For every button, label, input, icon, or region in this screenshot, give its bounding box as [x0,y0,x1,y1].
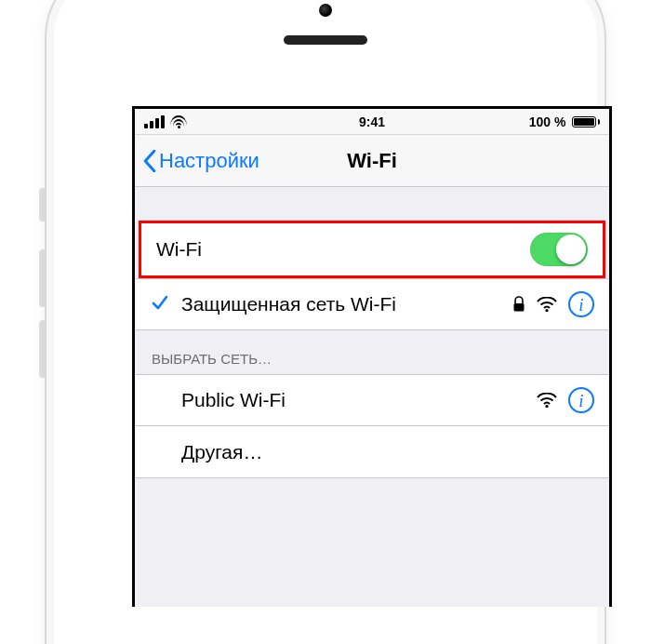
earpiece-speaker [284,35,367,45]
other-network-label: Другая… [181,441,262,463]
svg-point-2 [545,405,548,408]
wifi-signal-icon [537,297,557,312]
checkmark-icon [150,293,170,316]
network-name: Public Wi-Fi [181,389,286,411]
highlight-annotation: Wi-Fi [139,221,605,278]
lock-icon [512,296,525,313]
phone-mute-switch [39,188,46,221]
network-row[interactable]: Public Wi-Fi i [135,374,609,426]
svg-rect-0 [514,303,525,312]
battery-percent: 100 % [529,114,566,129]
wifi-toggle-row: Wi-Fi [141,223,603,275]
connected-network-name: Защищенная сеть Wi-Fi [181,293,396,315]
wifi-status-icon [170,115,187,128]
phone-volume-up [39,249,46,307]
other-network-row[interactable]: Другая… [135,426,609,478]
battery-icon [572,116,601,127]
connected-network-row[interactable]: Защищенная сеть Wi-Fi i [135,278,609,330]
front-camera [319,4,332,17]
back-label: Настройки [159,149,259,173]
phone-shell: 9:41 100 % Настройки Wi-Fi Wi-Fi [46,0,604,644]
svg-point-1 [545,309,548,312]
wifi-toggle-label: Wi-Fi [156,238,202,261]
wifi-toggle[interactable] [530,233,588,266]
navigation-bar: Настройки Wi-Fi [135,135,609,187]
screen: 9:41 100 % Настройки Wi-Fi Wi-Fi [132,106,612,607]
info-button[interactable]: i [568,387,594,413]
info-button[interactable]: i [568,291,594,317]
status-time: 9:41 [256,114,488,129]
back-button[interactable]: Настройки [142,149,259,173]
phone-volume-down [39,320,46,378]
cellular-signal-icon [144,115,165,128]
choose-network-header: ВЫБРАТЬ СЕТЬ… [135,330,609,374]
status-bar: 9:41 100 % [135,109,609,135]
wifi-signal-icon [537,393,557,408]
chevron-left-icon [142,150,157,172]
